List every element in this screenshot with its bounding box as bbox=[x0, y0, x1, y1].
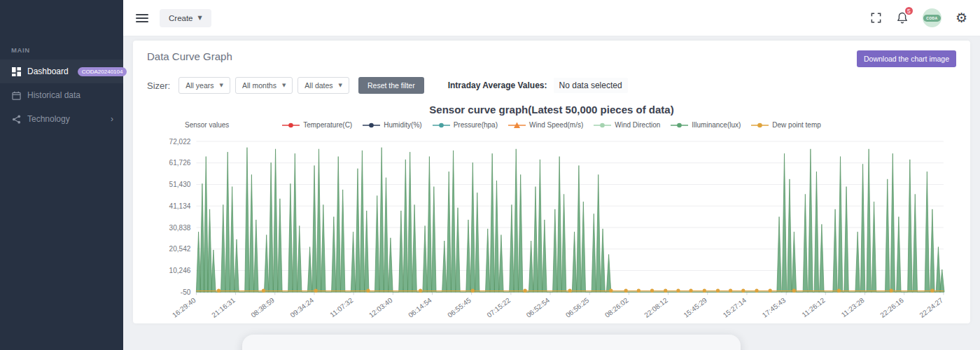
legend-item-dew-point-temp[interactable]: Dew point temp bbox=[751, 121, 820, 129]
sensor-curve-chart-svg: 72,02261,72651,43041,13430,83820,54210,2… bbox=[147, 132, 956, 323]
chart-block: Sensor curve graph(Latest 50,000 pieces … bbox=[147, 104, 956, 323]
svg-text:09:34:24: 09:34:24 bbox=[289, 296, 316, 319]
svg-text:06:56:25: 06:56:25 bbox=[564, 296, 591, 319]
create-button-label: Create bbox=[169, 14, 193, 22]
svg-text:22:26:16: 22:26:16 bbox=[878, 296, 905, 319]
svg-text:11:26:12: 11:26:12 bbox=[801, 296, 827, 319]
sidebar-item-label: Technology bbox=[27, 114, 70, 124]
intraday-avg-label: Intraday Average Values: bbox=[448, 80, 547, 90]
legend-item-label: Wind Speed(m/s) bbox=[529, 121, 583, 129]
sidebar-item-historical-data[interactable]: Historical data bbox=[0, 83, 123, 107]
sidebar-section-label: MAIN bbox=[11, 46, 123, 54]
svg-text:08:26:02: 08:26:02 bbox=[603, 296, 630, 319]
legend-item-wind-speed-m-s-[interactable]: Wind Speed(m/s) bbox=[508, 121, 583, 129]
legend-item-humidity-[interactable]: Humidity(%) bbox=[363, 121, 421, 129]
svg-text:-50: -50 bbox=[181, 288, 191, 296]
svg-text:06:14:54: 06:14:54 bbox=[407, 296, 433, 319]
legend-marker-icon bbox=[594, 122, 611, 129]
main-content: Data Curve Graph Download the chart imag… bbox=[123, 36, 980, 350]
share-icon bbox=[11, 114, 21, 124]
svg-text:06:52:54: 06:52:54 bbox=[525, 296, 552, 319]
filter-dates-value: All dates bbox=[304, 81, 332, 90]
filter-years-select[interactable]: All years ▼ bbox=[178, 77, 230, 94]
chart-legend: Sensor values Temperature(C)Humidity(%)P… bbox=[147, 120, 956, 130]
svg-text:41,134: 41,134 bbox=[169, 202, 191, 210]
legend-item-temperature-c-[interactable]: Temperature(C) bbox=[282, 121, 352, 129]
data-curve-graph-card: Data Curve Graph Download the chart imag… bbox=[133, 41, 970, 323]
svg-text:17:45:43: 17:45:43 bbox=[761, 296, 788, 319]
chevron-down-icon: ▼ bbox=[339, 83, 342, 88]
filter-months-select[interactable]: All months ▼ bbox=[235, 77, 293, 94]
svg-text:07:15:22: 07:15:22 bbox=[485, 296, 512, 319]
avatar-logo-label: CODA bbox=[923, 15, 940, 22]
sizer-label: Sizer: bbox=[147, 80, 170, 91]
sidebar-item-label: Historical data bbox=[27, 90, 80, 100]
svg-text:30,838: 30,838 bbox=[169, 224, 191, 232]
filter-years-value: All years bbox=[186, 81, 214, 90]
notifications-bell-icon[interactable]: 5 bbox=[896, 11, 909, 24]
legend-marker-icon bbox=[508, 122, 526, 129]
sidebar: MAIN Dashboard CODA20240104 Historical d… bbox=[0, 0, 123, 350]
svg-text:08:38:59: 08:38:59 bbox=[249, 296, 276, 319]
gear-icon[interactable]: ⚙ bbox=[955, 11, 967, 24]
notification-count-badge: 5 bbox=[904, 6, 914, 16]
legend-marker-icon bbox=[751, 122, 769, 129]
dashboard-badge: CODA20240104 bbox=[78, 67, 127, 76]
svg-text:10,246: 10,246 bbox=[169, 267, 191, 274]
legend-marker-icon bbox=[363, 122, 380, 129]
y-axis-title: Sensor values bbox=[185, 121, 229, 129]
svg-text:12:03:40: 12:03:40 bbox=[368, 296, 394, 319]
legend-item-label: Pressure(hpa) bbox=[454, 121, 498, 129]
intraday-avg-value: No data selected bbox=[554, 78, 628, 93]
svg-text:22:08:12: 22:08:12 bbox=[643, 296, 669, 319]
sidebar-item-dashboard[interactable]: Dashboard CODA20240104 bbox=[0, 59, 123, 83]
svg-text:15:45:29: 15:45:29 bbox=[682, 296, 708, 319]
legend-item-pressure-hpa-[interactable]: Pressure(hpa) bbox=[433, 121, 498, 129]
filter-months-value: All months bbox=[242, 81, 276, 90]
svg-text:11:23:28: 11:23:28 bbox=[840, 296, 866, 319]
download-chart-button[interactable]: Download the chart image bbox=[857, 50, 956, 67]
chevron-down-icon: ▼ bbox=[198, 15, 202, 21]
topbar: Create ▼ 5 CODA ⚙ bbox=[123, 0, 980, 36]
sidebar-item-label: Dashboard bbox=[27, 66, 69, 76]
legend-item-label: Wind Direction bbox=[615, 121, 660, 129]
legend-item-label: Illuminance(lux) bbox=[692, 121, 741, 129]
filter-dates-select[interactable]: All dates ▼ bbox=[298, 77, 349, 94]
svg-text:06:55:45: 06:55:45 bbox=[446, 296, 472, 319]
legend-item-label: Dew point temp bbox=[772, 121, 820, 129]
chevron-down-icon: ▼ bbox=[282, 83, 286, 88]
svg-text:51,430: 51,430 bbox=[169, 181, 191, 188]
dashboard-grid-icon bbox=[11, 66, 21, 76]
sidebar-item-technology[interactable]: Technology › bbox=[0, 107, 123, 131]
chart-title: Sensor curve graph(Latest 50,000 pieces … bbox=[147, 104, 956, 115]
chevron-right-icon: › bbox=[111, 114, 113, 124]
legend-marker-icon bbox=[671, 122, 688, 129]
reset-filter-button[interactable]: Reset the filter bbox=[358, 77, 424, 94]
calendar-icon bbox=[11, 90, 21, 100]
legend-item-illuminance-lux-[interactable]: Illuminance(lux) bbox=[671, 121, 741, 129]
svg-text:22:24:27: 22:24:27 bbox=[918, 296, 945, 319]
create-button[interactable]: Create ▼ bbox=[160, 9, 211, 27]
svg-text:20,542: 20,542 bbox=[169, 245, 191, 253]
svg-text:16:29:40: 16:29:40 bbox=[171, 296, 197, 319]
svg-text:11:07:32: 11:07:32 bbox=[328, 296, 354, 319]
legend-item-label: Humidity(%) bbox=[384, 121, 421, 129]
svg-text:72,022: 72,022 bbox=[169, 138, 191, 146]
legend-item-wind-direction[interactable]: Wind Direction bbox=[594, 121, 660, 129]
legend-item-label: Temperature(C) bbox=[303, 121, 352, 129]
legend-marker-icon bbox=[433, 122, 450, 129]
chevron-down-icon: ▼ bbox=[220, 83, 223, 88]
svg-text:21:16:31: 21:16:31 bbox=[210, 296, 237, 319]
fullscreen-icon[interactable] bbox=[870, 12, 882, 24]
page-title: Data Curve Graph bbox=[147, 50, 232, 62]
avatar[interactable]: CODA bbox=[923, 8, 941, 27]
hamburger-menu-icon[interactable] bbox=[136, 14, 148, 22]
svg-text:15:27:14: 15:27:14 bbox=[722, 296, 748, 319]
legend-marker-icon bbox=[282, 122, 300, 129]
bottom-card bbox=[242, 335, 741, 350]
svg-text:61,726: 61,726 bbox=[169, 159, 191, 167]
